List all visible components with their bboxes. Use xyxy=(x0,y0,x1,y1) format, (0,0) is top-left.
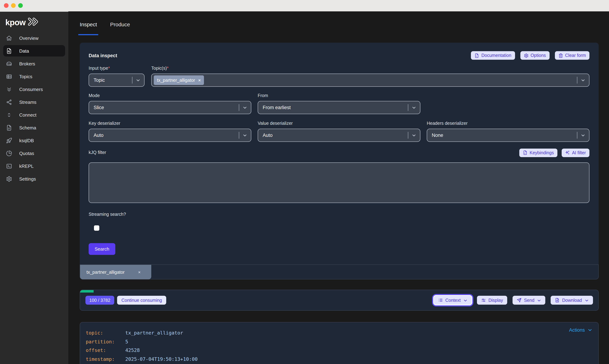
window-titlebar xyxy=(0,0,609,12)
record-key: partition: xyxy=(86,337,125,346)
input-type-select[interactable]: Topic xyxy=(89,74,144,87)
sidebar-item-quotas[interactable]: Quotas xyxy=(3,147,65,159)
mode-select[interactable]: Slice xyxy=(89,101,251,114)
sidebar-item-streams[interactable]: Streams xyxy=(3,96,65,108)
headers-deserializer-group: Headers deserializer None xyxy=(427,121,589,142)
context-button[interactable]: Context xyxy=(434,296,472,305)
record-key: timestamp: xyxy=(86,355,125,363)
sidebar-item-settings[interactable]: Settings xyxy=(3,173,65,184)
topics-multiselect[interactable]: tx_partner_alligator × xyxy=(151,74,589,87)
headers-deserializer-select[interactable]: None xyxy=(427,129,589,142)
select-divider xyxy=(408,132,408,139)
options-button[interactable]: Options xyxy=(520,51,549,60)
result-topic-tab[interactable]: tx_partner_alligator × xyxy=(80,265,151,279)
continue-consuming-button[interactable]: Continue consuming xyxy=(117,296,166,305)
chevron-down-icon[interactable] xyxy=(412,133,416,138)
trash-icon xyxy=(558,53,563,58)
minimize-window-button[interactable] xyxy=(11,3,16,8)
actions-label: Actions xyxy=(569,327,585,333)
sidebar-item-brokers[interactable]: Brokers xyxy=(3,58,65,69)
record-actions-dropdown[interactable]: Actions xyxy=(569,327,593,333)
sidebar-item-label: Streams xyxy=(19,99,37,105)
sidebar-item-ksqldb[interactable]: ksqlDB xyxy=(3,135,65,146)
sidebar-item-consumers[interactable]: Consumers xyxy=(3,84,65,95)
sidebar-item-label: kREPL xyxy=(19,163,34,169)
value-deserializer-group: Value deserializer Auto xyxy=(258,121,420,142)
from-select[interactable]: From earliest xyxy=(258,101,420,114)
sidebar-item-overview[interactable]: Overview xyxy=(3,32,65,44)
sidebar-item-label: Data xyxy=(19,48,29,53)
select-divider xyxy=(577,132,577,139)
result-topic-tab-label: tx_partner_alligator xyxy=(86,270,125,275)
ai-filter-button[interactable]: AI filter xyxy=(562,148,589,157)
sidebar-item-data[interactable]: Data xyxy=(3,45,65,56)
kjq-buttons: Keybindings AI filter xyxy=(519,148,589,157)
chevron-down-icon[interactable] xyxy=(136,78,141,83)
kjq-filter-row: kJQ filter Keybindings AI filter xyxy=(89,149,589,157)
share-icon xyxy=(6,99,12,105)
sidebar-item-krepl[interactable]: kREPL xyxy=(3,160,65,172)
key-deserializer-select[interactable]: Auto xyxy=(89,129,251,142)
sparkles-icon xyxy=(565,150,570,155)
chevron-down-icon[interactable] xyxy=(242,133,247,138)
headers-deserializer-value: None xyxy=(432,133,443,138)
display-button[interactable]: Display xyxy=(477,296,507,305)
sidebar-item-label: Connect xyxy=(19,112,37,117)
context-label: Context xyxy=(445,298,461,303)
sidebar-item-label: ksqlDB xyxy=(19,138,34,143)
input-type-group: Input type* Topic xyxy=(89,66,144,87)
form-row-2: Mode Slice From From earliest xyxy=(89,93,589,114)
close-icon[interactable]: × xyxy=(138,270,141,275)
keybindings-button[interactable]: Keybindings xyxy=(519,148,557,157)
consumed-count-badge: 100 / 3782 xyxy=(85,296,114,305)
clear-form-button[interactable]: Clear form xyxy=(555,51,589,60)
result-tab-strip: tx_partner_alligator × xyxy=(80,264,599,279)
sidebar-item-connect[interactable]: Connect xyxy=(3,109,65,120)
file-download-icon xyxy=(555,298,560,302)
search-button[interactable]: Search xyxy=(89,243,115,255)
tab-produce[interactable]: Produce xyxy=(110,20,130,28)
topic-chip[interactable]: tx_partner_alligator × xyxy=(154,75,204,85)
file-search-icon xyxy=(6,48,12,54)
record-value: 5 xyxy=(125,337,128,346)
kpow-logo-text: kpow xyxy=(5,18,26,27)
record-value: 2025-07-04T19:50:13+10:00 xyxy=(125,355,197,363)
documentation-button[interactable]: Documentation xyxy=(471,51,515,60)
sidebar-item-schema[interactable]: Schema xyxy=(3,122,65,133)
record-row: partition: 5 xyxy=(86,337,593,346)
results-toolbar-right: Context Display Send Download xyxy=(434,296,593,305)
chevron-down-icon[interactable] xyxy=(581,78,585,83)
kjq-filter-label: kJQ filter xyxy=(89,150,106,155)
app-window: kpow Overview Data Brokers xyxy=(0,0,609,364)
value-deserializer-select[interactable]: Auto xyxy=(258,129,420,142)
chip-remove-icon[interactable]: × xyxy=(198,78,201,83)
close-window-button[interactable] xyxy=(4,3,9,8)
select-divider xyxy=(239,132,239,139)
select-divider xyxy=(577,77,577,84)
consume-progress-bar xyxy=(80,290,598,293)
kpow-logo-chevrons-icon xyxy=(28,17,40,27)
sliders-icon xyxy=(481,298,486,302)
zoom-window-button[interactable] xyxy=(18,3,23,8)
sidebar-item-topics[interactable]: Topics xyxy=(3,71,65,82)
send-button[interactable]: Send xyxy=(512,296,545,305)
chevron-down-icon xyxy=(463,298,467,302)
kjq-filter-textarea[interactable] xyxy=(89,162,589,203)
rocket-icon xyxy=(6,137,12,143)
chevron-down-icon xyxy=(537,298,541,302)
chevron-down-icon[interactable] xyxy=(242,105,247,110)
download-button[interactable]: Download xyxy=(551,296,593,305)
chevron-down-icon[interactable] xyxy=(412,105,416,110)
tab-inspect[interactable]: Inspect xyxy=(80,20,97,28)
row-2-spacer xyxy=(427,93,589,114)
value-deserializer-label: Value deserializer xyxy=(258,121,420,126)
progress-fill xyxy=(80,290,94,293)
gear-icon xyxy=(524,53,528,58)
chevron-down-icon[interactable] xyxy=(581,133,585,138)
streaming-search-checkbox[interactable] xyxy=(94,225,99,231)
chevrons-up-down-icon xyxy=(6,112,12,118)
terminal-icon xyxy=(6,163,12,169)
record-card: topic: tx_partner_alligator partition: 5… xyxy=(80,322,599,364)
from-group: From From earliest xyxy=(258,93,420,114)
gear-icon xyxy=(6,176,12,182)
